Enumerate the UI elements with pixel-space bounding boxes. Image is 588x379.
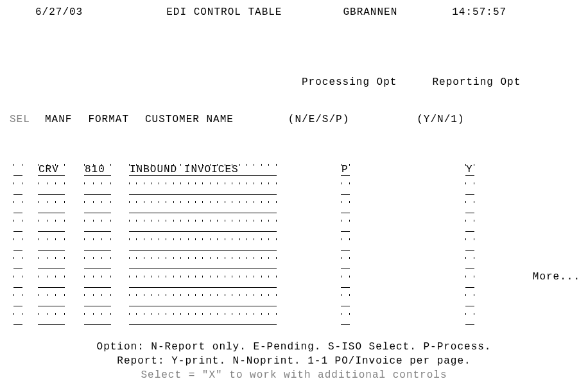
- header-title: EDI CONTROL TABLE: [166, 6, 282, 18]
- col-format: FORMAT: [88, 114, 129, 125]
- manf-input[interactable]: [38, 238, 65, 251]
- manf-input[interactable]: CRV: [38, 164, 65, 176]
- manf-input[interactable]: [38, 182, 65, 195]
- processing-input[interactable]: [341, 294, 350, 306]
- sel-input[interactable]: [13, 294, 22, 306]
- customer-input[interactable]: [129, 294, 277, 306]
- table-row: [10, 213, 578, 232]
- processing-input[interactable]: [341, 313, 350, 325]
- col-reporting-2: (Y/N/1): [417, 114, 464, 125]
- sel-input[interactable]: [13, 220, 22, 232]
- reporting-input[interactable]: Y: [465, 164, 474, 176]
- footer-line2: Report: Y-print. N-Noprint. 1-1 PO/Invoi…: [10, 355, 578, 367]
- customer-input[interactable]: [129, 238, 277, 251]
- customer-input[interactable]: [129, 220, 277, 232]
- table-row: [10, 176, 578, 195]
- customer-input[interactable]: [129, 257, 277, 269]
- sel-input[interactable]: [13, 276, 22, 288]
- sel-input[interactable]: [13, 238, 22, 251]
- processing-input[interactable]: [341, 257, 350, 269]
- manf-input[interactable]: [38, 257, 65, 269]
- header-time: 14:57:57: [452, 6, 506, 18]
- col-reporting-1: Reporting Opt: [432, 76, 521, 88]
- col-processing-1: Processing Opt: [302, 76, 397, 88]
- col-manf: MANF: [45, 114, 72, 125]
- table-row: [10, 306, 578, 325]
- processing-input[interactable]: [341, 182, 350, 195]
- customer-input[interactable]: INBOUND INVOICES: [129, 164, 277, 176]
- customer-input[interactable]: [129, 276, 277, 288]
- processing-input[interactable]: [341, 276, 350, 288]
- col-sel: SEL: [10, 114, 45, 125]
- format-input[interactable]: [84, 276, 111, 288]
- format-input[interactable]: [84, 294, 111, 306]
- customer-input[interactable]: [129, 201, 277, 213]
- reporting-input[interactable]: [465, 294, 474, 306]
- reporting-input[interactable]: [465, 182, 474, 195]
- header-line: 6/27/03 EDI CONTROL TABLE GBRANNEN 14:57…: [10, 6, 578, 18]
- format-input[interactable]: [84, 201, 111, 213]
- manf-input[interactable]: [38, 201, 65, 213]
- reporting-input[interactable]: [465, 220, 474, 232]
- sel-input[interactable]: [13, 164, 22, 176]
- reporting-input[interactable]: [465, 201, 474, 213]
- format-input[interactable]: [84, 257, 111, 269]
- sel-input[interactable]: [13, 182, 22, 195]
- format-input[interactable]: [84, 220, 111, 232]
- customer-input[interactable]: [129, 313, 277, 325]
- header-user: GBRANNEN: [343, 6, 397, 18]
- more-indicator: More...: [533, 271, 580, 283]
- footer-help: Option: N-Report only. E-Pending. S-ISO …: [10, 341, 578, 379]
- header-date: 6/27/03: [35, 6, 83, 18]
- manf-input[interactable]: [38, 294, 65, 306]
- table-row: [10, 269, 578, 288]
- format-input[interactable]: [84, 313, 111, 325]
- format-input[interactable]: 810: [84, 164, 111, 176]
- sel-input[interactable]: [13, 257, 22, 269]
- table-row: [10, 251, 578, 269]
- footer-line3: Select = "X" to work with additional con…: [10, 369, 578, 379]
- sel-input[interactable]: [13, 313, 22, 325]
- processing-input[interactable]: [341, 201, 350, 213]
- processing-input[interactable]: [341, 238, 350, 251]
- manf-input[interactable]: [38, 313, 65, 325]
- table-row: [10, 232, 578, 251]
- footer-line1: Option: N-Report only. E-Pending. S-ISO …: [10, 341, 578, 353]
- reporting-input[interactable]: [465, 276, 474, 288]
- customer-input[interactable]: [129, 182, 277, 195]
- table-row: CRV810INBOUND INVOICESPY: [10, 157, 578, 176]
- format-input[interactable]: [84, 182, 111, 195]
- manf-input[interactable]: [38, 276, 65, 288]
- column-headers: Processing Opt Reporting Opt SEL MANF FO…: [10, 53, 578, 148]
- table-row: [10, 288, 578, 306]
- sel-input[interactable]: [13, 201, 22, 213]
- reporting-input[interactable]: [465, 257, 474, 269]
- data-rows: CRV810INBOUND INVOICESPY: [10, 157, 578, 325]
- table-row: [10, 195, 578, 213]
- processing-input[interactable]: [341, 220, 350, 232]
- reporting-input[interactable]: [465, 238, 474, 251]
- col-customer: CUSTOMER NAME: [145, 114, 234, 125]
- col-processing-2: (N/E/S/P): [288, 114, 349, 125]
- processing-input[interactable]: P: [341, 164, 350, 176]
- format-input[interactable]: [84, 238, 111, 251]
- reporting-input[interactable]: [465, 313, 474, 325]
- manf-input[interactable]: [38, 220, 65, 232]
